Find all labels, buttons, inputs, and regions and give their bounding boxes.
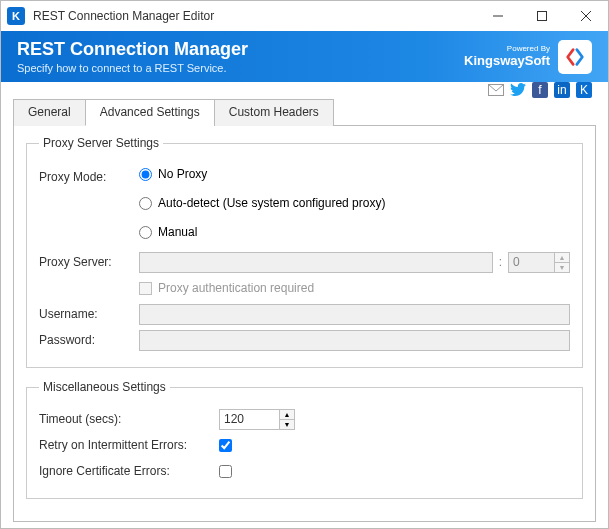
tab-general[interactable]: General	[13, 99, 86, 126]
banner-subtitle: Specify how to connect to a REST Service…	[17, 62, 464, 74]
powered-by-badge: Powered By KingswaySoft	[464, 45, 550, 68]
timeout-up-icon[interactable]: ▲	[280, 410, 294, 420]
twitter-icon[interactable]	[510, 82, 526, 98]
app-logo-icon: K	[7, 7, 25, 25]
banner: REST Connection Manager Specify how to c…	[1, 31, 608, 82]
tabs: General Advanced Settings Custom Headers	[13, 99, 596, 126]
ignore-cert-checkbox[interactable]	[219, 465, 232, 478]
mail-icon[interactable]	[488, 82, 504, 98]
tab-advanced-settings[interactable]: Advanced Settings	[85, 99, 215, 126]
ignore-cert-label: Ignore Certificate Errors:	[39, 464, 219, 478]
close-button[interactable]	[564, 1, 608, 31]
password-input[interactable]	[139, 330, 570, 351]
timeout-label: Timeout (secs):	[39, 412, 219, 426]
tab-custom-headers[interactable]: Custom Headers	[214, 99, 334, 126]
tab-panel: Proxy Server Settings Proxy Mode: No Pro…	[13, 125, 596, 522]
proxy-port-stepper[interactable]: ▲▼	[508, 252, 570, 273]
minimize-button[interactable]	[476, 1, 520, 31]
proxy-mode-manual-label: Manual	[158, 225, 197, 239]
proxy-port-input[interactable]	[508, 252, 554, 273]
misc-settings-group: Miscellaneous Settings Timeout (secs): ▲…	[26, 380, 583, 499]
proxy-auth-required-checkbox[interactable]	[139, 282, 152, 295]
titlebar: K REST Connection Manager Editor	[1, 1, 608, 31]
proxy-mode-noproxy-radio[interactable]	[139, 168, 152, 181]
retry-errors-checkbox[interactable]	[219, 439, 232, 452]
timeout-stepper[interactable]: ▲▼	[219, 409, 295, 430]
social-bar: f in K	[1, 82, 608, 98]
retry-label: Retry on Intermittent Errors:	[39, 438, 219, 452]
proxy-mode-noproxy-label: No Proxy	[158, 167, 207, 181]
timeout-down-icon[interactable]: ▼	[280, 420, 294, 429]
product-icon	[558, 40, 592, 74]
window-title: REST Connection Manager Editor	[33, 9, 476, 23]
facebook-icon[interactable]: f	[532, 82, 548, 98]
username-input[interactable]	[139, 304, 570, 325]
port-up-icon[interactable]: ▲	[555, 253, 569, 263]
port-separator: :	[499, 255, 502, 269]
proxy-mode-autodetect-label: Auto-detect (Use system configured proxy…	[158, 196, 385, 210]
linkedin-icon[interactable]: in	[554, 82, 570, 98]
username-label: Username:	[39, 307, 139, 321]
maximize-button[interactable]	[520, 1, 564, 31]
proxy-auth-required-label: Proxy authentication required	[158, 281, 314, 295]
kingswaysoft-icon[interactable]: K	[576, 82, 592, 98]
password-label: Password:	[39, 333, 139, 347]
port-down-icon[interactable]: ▼	[555, 263, 569, 272]
svg-rect-0	[538, 12, 547, 21]
proxy-server-input[interactable]	[139, 252, 493, 273]
timeout-input[interactable]	[219, 409, 279, 430]
misc-legend: Miscellaneous Settings	[39, 380, 170, 394]
proxy-settings-group: Proxy Server Settings Proxy Mode: No Pro…	[26, 136, 583, 368]
proxy-mode-autodetect-radio[interactable]	[139, 197, 152, 210]
proxy-server-label: Proxy Server:	[39, 255, 139, 269]
editor-window: K REST Connection Manager Editor REST Co…	[0, 0, 609, 529]
proxy-legend: Proxy Server Settings	[39, 136, 163, 150]
proxy-mode-label: Proxy Mode:	[39, 170, 139, 184]
banner-title: REST Connection Manager	[17, 39, 464, 60]
proxy-mode-manual-radio[interactable]	[139, 226, 152, 239]
